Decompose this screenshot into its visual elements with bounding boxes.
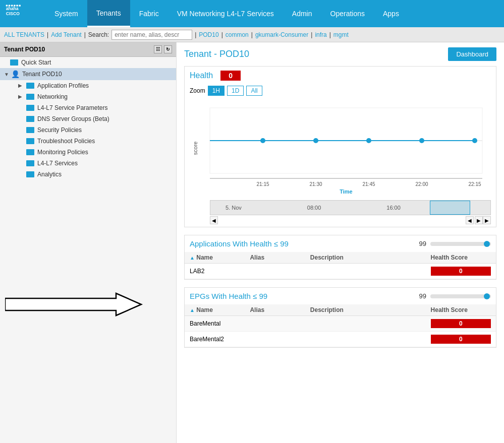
- sidebar-title: Tenant POD10: [4, 46, 45, 53]
- sidebar-item-label: Security Policies: [37, 126, 82, 134]
- epg-name-1: BareMental2: [190, 336, 250, 343]
- search-label: Search:: [88, 31, 109, 38]
- apps-header: Applications With Health ≤ 99 99: [185, 235, 496, 252]
- folder-icon: [26, 83, 34, 89]
- nav-item-admin[interactable]: Admin: [283, 0, 321, 27]
- epg-row-1[interactable]: BareMental2 0: [185, 332, 496, 347]
- sidebar-item-troubleshoot[interactable]: Troubleshoot Policies: [0, 136, 176, 147]
- main-layout: Tenant POD10 ☷ ↻ Quick Start ▼ 👤 Tenant …: [0, 42, 504, 443]
- svg-text:22:00: 22:00: [415, 181, 428, 187]
- apps-filter-slider[interactable]: [430, 242, 491, 246]
- sidebar-item-label: L4-L7 Service Parameters: [37, 104, 107, 111]
- nav-label-date: 5. Nov: [226, 205, 242, 211]
- health-section: Health 0 Zoom 1H 1D All score: [184, 66, 496, 227]
- nav-item-operations[interactable]: Operations: [321, 0, 374, 27]
- page-title: Tenant - POD10: [184, 49, 249, 59]
- app-row-0[interactable]: LAB2 0: [185, 264, 496, 279]
- sidebar-item-label: Networking: [37, 93, 68, 100]
- sidebar-item-label: Quick Start: [21, 59, 51, 66]
- folder-icon: [10, 59, 18, 66]
- sidebar-item-networking[interactable]: ▶ Networking: [0, 91, 176, 102]
- svg-text:21:15: 21:15: [256, 181, 269, 187]
- zoom-all-button[interactable]: All: [246, 86, 262, 96]
- arrow-svg: [5, 291, 146, 319]
- sidebar-item-dns-server[interactable]: DNS Server Groups (Beta): [0, 113, 176, 124]
- sidebar-item-label: DNS Server Groups (Beta): [37, 115, 109, 122]
- sidebar-item-l4l7-services[interactable]: L4-L7 Services: [0, 158, 176, 169]
- zoom-1d-button[interactable]: 1D: [227, 86, 244, 96]
- sidebar-item-label: Application Profiles: [37, 82, 89, 89]
- person-icon: 👤: [11, 70, 19, 78]
- breadcrumb-pod10[interactable]: POD10: [199, 31, 218, 38]
- breadcrumb-add-tenant[interactable]: Add Tenant: [51, 31, 82, 38]
- col-description: Description: [310, 254, 431, 261]
- svg-text:CISCO: CISCO: [6, 11, 20, 16]
- health-score-badge: 0: [220, 71, 241, 81]
- folder-icon: [26, 116, 34, 122]
- apps-filter: 99: [419, 240, 491, 247]
- sidebar-item-monitoring[interactable]: Monitoring Policies: [0, 147, 176, 158]
- breadcrumb-infra[interactable]: infra: [315, 31, 326, 38]
- sidebar-header-icons: ☷ ↻: [154, 45, 172, 53]
- sidebar-item-l4l7-params[interactable]: L4-L7 Service Parameters: [0, 102, 176, 113]
- svg-point-12: [260, 138, 265, 143]
- nav-item-vm-networking[interactable]: VM Networking L4-L7 Services: [168, 0, 283, 27]
- svg-text:ahaha: ahaha: [6, 6, 19, 11]
- epgs-filter: 99: [419, 292, 491, 300]
- svg-text:21:45: 21:45: [362, 181, 375, 187]
- sidebar-item-app-profiles[interactable]: ▶ Application Profiles: [0, 80, 176, 91]
- nav-right-button[interactable]: ▶: [483, 216, 491, 224]
- svg-point-15: [419, 138, 424, 143]
- arrow-annotation: [5, 291, 176, 320]
- epg-col-name: ▲ Name: [190, 306, 250, 313]
- nav-item-apps[interactable]: Apps: [374, 0, 408, 27]
- epgs-section: EPGs With Health ≤ 99 99 ▲ Name Alias De…: [184, 287, 496, 348]
- slider-thumb: [484, 241, 490, 247]
- breadcrumb-gkumark[interactable]: gkumark-Consumer: [255, 31, 308, 38]
- nav-item-system[interactable]: System: [45, 0, 87, 27]
- sidebar-item-label: L4-L7 Services: [37, 160, 78, 167]
- sidebar-item-analytics[interactable]: Analytics: [0, 169, 176, 180]
- epg-row-0[interactable]: BareMental 0: [185, 316, 496, 332]
- breadcrumb-mgmt[interactable]: mgmt: [333, 31, 349, 38]
- nav-left-button[interactable]: ◀: [210, 216, 218, 224]
- page-title-row: Tenant - POD10 Dashboard: [184, 47, 496, 61]
- sidebar-item-label: Analytics: [37, 171, 62, 178]
- dashboard-button[interactable]: Dashboard: [448, 47, 496, 61]
- zoom-1h-button[interactable]: 1H: [208, 86, 225, 96]
- apps-section-title: Applications With Health ≤ 99: [190, 239, 289, 248]
- cisco-logo: ahaha CISCO: [5, 4, 35, 24]
- breadcrumb-common[interactable]: common: [226, 31, 249, 38]
- top-nav: ahaha CISCO System Tenants Fabric VM Net…: [0, 0, 504, 27]
- col-name: ▲ Name: [190, 254, 250, 261]
- svg-rect-5: [14, 5, 15, 6]
- nav-item-tenants[interactable]: Tenants: [87, 0, 130, 27]
- health-title-text: Health: [190, 71, 213, 80]
- sidebar-item-quick-start[interactable]: Quick Start: [0, 57, 176, 68]
- expand-arrow-icon: ▶: [18, 94, 24, 100]
- sidebar-item-label: Tenant POD10: [22, 71, 62, 78]
- folder-icon: [26, 160, 34, 166]
- sidebar-grid-icon[interactable]: ☷: [154, 45, 162, 53]
- nav-item-fabric[interactable]: Fabric: [130, 0, 168, 27]
- epg-col-alias: Alias: [250, 306, 310, 313]
- zoom-row: Zoom 1H 1D All: [185, 84, 496, 98]
- epgs-header: EPGs With Health ≤ 99 99: [185, 288, 496, 304]
- health-section-title: Health 0: [185, 67, 496, 84]
- chart-container: score 21:15 21:30 21:4: [185, 98, 496, 224]
- search-input[interactable]: [111, 30, 192, 40]
- nav-controls: ◀ ◀ ▶ ▶: [210, 216, 491, 224]
- nav-scroll-right-button[interactable]: ▶: [475, 216, 483, 224]
- sidebar-header: Tenant POD10 ☷ ↻: [0, 42, 176, 57]
- app-score-0: 0: [431, 267, 491, 276]
- app-name-0: LAB2: [190, 268, 250, 275]
- epgs-filter-slider[interactable]: [430, 294, 491, 298]
- folder-icon: [26, 149, 34, 155]
- breadcrumb-all-tenants[interactable]: ALL TENANTS: [4, 31, 44, 38]
- sidebar-refresh-icon[interactable]: ↻: [164, 45, 172, 53]
- svg-rect-3: [9, 5, 10, 6]
- sidebar-item-security-policies[interactable]: Security Policies: [0, 124, 176, 136]
- nav-scroll-left-button[interactable]: ◀: [466, 216, 474, 224]
- sidebar-item-tenant-pod10[interactable]: ▼ 👤 Tenant POD10: [0, 68, 176, 80]
- expand-arrow-icon: ▶: [18, 83, 24, 89]
